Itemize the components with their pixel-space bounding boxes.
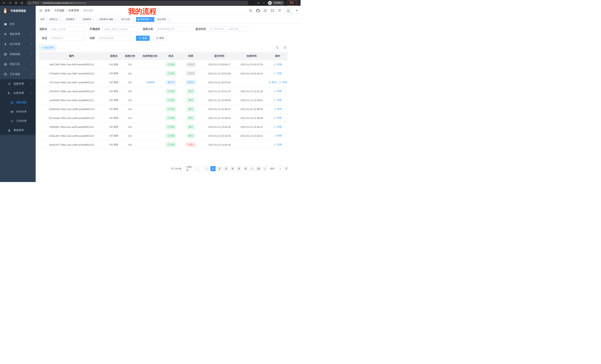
sidebar-item-home[interactable]: 首页	[0, 19, 36, 29]
refresh-icon	[156, 37, 158, 39]
tab-process-form[interactable]: 流程表单	[81, 17, 97, 22]
chevron-down-icon	[193, 165, 199, 171]
reset-button[interactable]: 重置	[153, 36, 167, 41]
next-page-button[interactable]	[262, 166, 268, 171]
current-task-link[interactable]: 一级审批	[145, 81, 155, 84]
tab-process-model[interactable]: 流程模型	[64, 17, 80, 22]
page-button-3[interactable]: 3	[223, 166, 229, 171]
sidebar-item-done-tasks[interactable]: 已办任务	[0, 116, 36, 126]
close-icon[interactable]	[59, 18, 61, 21]
tab-label: 流程表单	[82, 18, 91, 21]
category-select[interactable]: 请选择流程分类	[155, 27, 191, 32]
create-process-button[interactable]: 发起流程	[39, 45, 56, 50]
parent-process-input[interactable]	[102, 27, 138, 32]
sidebar-item-leave-query[interactable]: 请假查询	[0, 126, 36, 135]
sidebar-item-system[interactable]: 系统管理	[0, 29, 36, 39]
close-icon[interactable]	[167, 18, 169, 21]
page-size-select[interactable]: 10条/页	[184, 166, 201, 171]
chevron-down-icon	[31, 53, 33, 55]
browser-home-button[interactable]	[20, 1, 24, 5]
detail-link[interactable]: 详情	[274, 116, 281, 120]
avatar-dropdown-caret[interactable]	[296, 10, 298, 11]
sidebar-item-todo-tasks[interactable]: 待办任务	[0, 107, 36, 116]
goto-page-input[interactable]	[276, 166, 284, 171]
sidebar-item-label: 请假查询	[13, 129, 24, 132]
detail-link[interactable]: 详情	[274, 143, 281, 146]
cell-task	[136, 105, 163, 114]
detail-link[interactable]: 详情	[274, 98, 281, 102]
process-name-input[interactable]	[50, 27, 85, 32]
sidebar-item-process-mgmt[interactable]: 流程管理	[0, 79, 36, 88]
reload-icon	[14, 1, 18, 4]
sidebar-item-payment[interactable]: 支付管理	[0, 39, 36, 49]
detail-link[interactable]: 详情	[274, 125, 281, 129]
help-icon[interactable]: ?	[263, 9, 267, 12]
show-search-button[interactable]	[275, 45, 280, 50]
header-search-icon[interactable]	[249, 9, 252, 12]
dashboard-icon	[4, 23, 7, 26]
password-key-icon[interactable]	[257, 1, 260, 4]
browser-forward-button[interactable]	[8, 1, 12, 5]
close-icon[interactable]	[114, 18, 117, 21]
github-icon[interactable]	[256, 9, 260, 12]
detail-link[interactable]: 详情	[274, 72, 281, 75]
browser-back-button[interactable]	[2, 1, 6, 5]
sidebar-item-task-mgmt[interactable]: 任务管理	[0, 88, 36, 98]
detail-link[interactable]: 详情	[279, 81, 287, 84]
sidebar-item-workflow[interactable]: 工作流程	[0, 69, 36, 79]
close-icon[interactable]	[150, 18, 153, 21]
page-button-4[interactable]: 4	[230, 166, 235, 171]
close-icon[interactable]	[92, 18, 95, 21]
submit-time-range-picker[interactable]: 开始日期 - 结束日期	[208, 27, 248, 32]
cell-end-time: 2022-01-23 00:07:03	[235, 60, 268, 69]
page-ellipsis[interactable]: ···	[250, 166, 255, 171]
page-button-2[interactable]: 2	[217, 166, 222, 171]
detail-link[interactable]: 详情	[274, 90, 281, 93]
sidebar-logo-row[interactable]: 芋道管理系统	[0, 6, 36, 16]
breadcrumb-home[interactable]: 首页	[45, 9, 50, 12]
page-button-5[interactable]: 5	[236, 166, 242, 171]
cancel-link[interactable]: 取消	[269, 81, 276, 84]
svg-text:?: ?	[265, 10, 266, 11]
col-status: 状态	[163, 52, 178, 60]
breadcrumb-workflow[interactable]: 工作流程	[54, 9, 64, 12]
page-button-6[interactable]: 6	[243, 166, 248, 171]
hamburger-fold-button[interactable]	[39, 9, 42, 12]
tab-start-process[interactable]: 发起流程	[155, 17, 171, 22]
table-row: 7317cec6-7b9b-11ec-b5b7-acde48001122 OA …	[39, 78, 288, 87]
cell-category: OA	[124, 96, 136, 105]
address-bar[interactable]: 不安全 dashboard.yudao.iocoder.cn/bpm/task/…	[26, 1, 249, 5]
cell-category: OA	[124, 105, 136, 114]
security-chip[interactable]: 不安全	[26, 1, 39, 4]
browser-reload-button[interactable]	[14, 1, 18, 5]
close-icon[interactable]	[76, 18, 78, 21]
detail-link[interactable]: 详情	[274, 134, 281, 137]
col-actions: 操作	[268, 52, 288, 60]
sidebar-item-infrastructure[interactable]: 基础设施	[0, 49, 36, 59]
browser-menu-dots-icon[interactable]	[296, 3, 296, 3]
page-button-11[interactable]: 11	[256, 166, 261, 171]
status-select[interactable]: 请选择状态	[50, 36, 85, 41]
sidebar-item-my-process[interactable]: 我的流程	[0, 98, 36, 107]
page-button-1[interactable]: 1	[210, 166, 216, 171]
prev-page-button[interactable]	[204, 166, 209, 171]
search-button[interactable]: 搜索	[136, 36, 150, 41]
tab-my-process[interactable]: 我的流程	[136, 17, 154, 22]
fullscreen-icon[interactable]	[271, 9, 274, 12]
tab-home[interactable]: 首页	[39, 17, 46, 22]
breadcrumb-task-mgmt[interactable]: 任务管理	[69, 9, 79, 12]
tab-user-group[interactable]: 用户分组	[120, 17, 135, 22]
sidebar-item-devtools[interactable]: 研发工具	[0, 59, 36, 69]
bookmark-star-icon[interactable]	[263, 1, 265, 5]
browser-update-button[interactable]: 更新	[287, 0, 299, 5]
incognito-badge[interactable]: 无痕模式	[267, 0, 285, 5]
detail-link[interactable]: 详情	[274, 107, 281, 111]
refresh-table-button[interactable]	[282, 45, 288, 50]
close-icon[interactable]	[131, 18, 133, 21]
result-select[interactable]: 请选择流结果	[97, 36, 133, 41]
tab-process-definition[interactable]: 流程定义	[47, 17, 63, 22]
avatar[interactable]	[285, 7, 292, 14]
detail-link[interactable]: 详情	[274, 63, 281, 66]
font-size-icon[interactable]	[278, 9, 281, 12]
tab-process-form-edit[interactable]: 流程表单-编辑	[98, 17, 119, 22]
